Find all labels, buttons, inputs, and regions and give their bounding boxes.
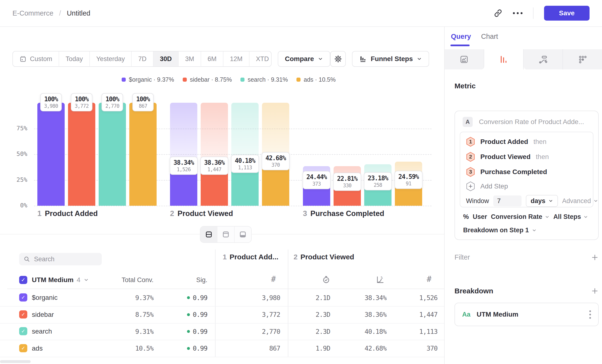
date-range-label: 3M [185, 55, 194, 63]
row-total-conv: 10.5% [106, 340, 153, 357]
retention-report-tab[interactable] [563, 49, 602, 69]
date-range-yesterday[interactable]: Yesterday [90, 52, 132, 66]
flows-report-tab[interactable] [524, 49, 563, 69]
insights-icon [459, 55, 469, 64]
measurement-metric-dropdown[interactable]: Conversion Rate [491, 213, 549, 221]
step-number-badge: 3 [466, 167, 475, 177]
add-filter-icon[interactable] [591, 254, 599, 261]
tab-query[interactable]: Query [451, 32, 471, 41]
count-column-hash-icon[interactable]: # [427, 274, 431, 284]
flows-icon [538, 55, 548, 64]
chevron-down-icon [583, 214, 588, 219]
save-button[interactable]: Save [544, 6, 590, 21]
row-checkbox[interactable]: ✓ [19, 310, 27, 319]
retention-icon [578, 55, 587, 64]
bar-value-label: 100%3,772 [71, 93, 92, 111]
date-range-xtd[interactable]: XTD [249, 52, 271, 66]
search-input[interactable] [33, 255, 97, 263]
bar-count: 91 [398, 181, 419, 187]
legend-item-search[interactable]: search · 9.31% [240, 76, 288, 83]
funnel-bar-step1-ads[interactable] [129, 103, 157, 206]
funnel-step-item-3[interactable]: 3Purchase Completed [460, 164, 593, 179]
bar-conversion-pct: 100% [105, 95, 119, 103]
bar-count: 330 [337, 182, 357, 189]
bar-conversion-pct: 100% [44, 95, 58, 103]
more-options-icon[interactable] [513, 12, 523, 14]
filter-section-label: Filter [454, 253, 470, 261]
window-value-input[interactable] [493, 195, 522, 206]
compare-button[interactable]: Compare [278, 51, 330, 67]
significance-column-header[interactable]: Sig. [172, 276, 207, 284]
date-range-6m[interactable]: 6M [201, 52, 224, 66]
funnel-bar-step1-organic[interactable] [37, 103, 65, 206]
layout-chart-only-button[interactable] [217, 226, 235, 242]
funnel-analysis-app: E-Commerce / Untitled Save CustomTodayYe… [0, 0, 602, 364]
date-range-control: CustomTodayYesterday7D30D3M6M12MXTD [12, 51, 271, 67]
measurement-scope-dropdown[interactable]: All Steps [553, 213, 588, 221]
group-step-label: Product Add... [230, 253, 279, 261]
date-range-today[interactable]: Today [59, 52, 90, 66]
breadcrumb-parent[interactable]: E-Commerce [12, 9, 54, 17]
select-all-checkbox[interactable]: ✓ [19, 276, 27, 284]
window-unit-dropdown[interactable]: days [526, 195, 558, 207]
step-name: Product Viewed [177, 209, 233, 218]
table-group-header-step1: 1Product Add... [223, 253, 279, 261]
date-range-30d[interactable]: 30D [153, 52, 179, 66]
table-row-ads[interactable]: ✓ads10.5%0.998671.9D42.68%370 [0, 340, 444, 357]
legend-item-sidebar[interactable]: sidebar · 8.75% [183, 76, 232, 83]
funnel-step-item-2[interactable]: 2Product Viewedthen [460, 149, 593, 164]
chart-type-button[interactable]: Funnel Steps [352, 51, 429, 67]
legend-item-ads[interactable]: ads · 10.5% [296, 76, 335, 83]
funnels-report-tab[interactable] [484, 49, 524, 69]
count-column-hash-icon[interactable]: # [271, 274, 276, 284]
row-step2-count: 370 [390, 340, 438, 357]
row-name: search [32, 323, 52, 340]
horizontal-scrollbar[interactable] [0, 360, 31, 363]
measurement-entity[interactable]: User [473, 213, 487, 221]
row-checkbox[interactable]: ✓ [19, 344, 27, 352]
breakdown-property-item[interactable]: Aa UTM Medium [454, 303, 599, 326]
row-name: ads [32, 340, 43, 357]
layout-split-view-button[interactable] [200, 226, 217, 242]
bar-value-label: 100%3,980 [40, 93, 62, 111]
table-row-search[interactable]: ✓search9.31%0.992,7702.3D40.18%1,113 [0, 323, 444, 340]
advanced-toggle[interactable]: Advanced [562, 197, 598, 205]
row-avg-time: 2.1D [282, 289, 330, 306]
insights-report-tab[interactable] [445, 49, 484, 69]
legend-swatch [240, 78, 245, 82]
tab-chart[interactable]: Chart [481, 32, 498, 41]
breadcrumb-separator: / [59, 9, 61, 17]
chart-settings-button[interactable] [330, 51, 346, 67]
date-range-label: 30D [160, 55, 172, 63]
date-range-12m[interactable]: 12M [223, 52, 249, 66]
bar-count: 3,772 [75, 103, 89, 109]
report-title[interactable]: Untitled [67, 9, 90, 17]
layout-table-only-button[interactable] [235, 226, 251, 242]
row-checkbox[interactable]: ✓ [19, 293, 27, 301]
bar-value-label: 22.81%330 [333, 173, 361, 191]
date-range-3m[interactable]: 3M [179, 52, 201, 66]
metric-formula-row[interactable]: A Conversion Rate of Product Adde... [463, 117, 584, 127]
table-row-organic[interactable]: ✓$organic9.37%0.993,9802.1D38.34%1,526 [0, 289, 444, 307]
funnel-bar-step1-sidebar[interactable] [68, 103, 95, 206]
table-row-sidebar[interactable]: ✓sidebar8.75%0.993,7722.3D38.36%1,447 [0, 306, 444, 323]
date-range-custom[interactable]: Custom [13, 52, 59, 66]
kebab-menu-icon[interactable] [589, 310, 591, 319]
date-range-7d[interactable]: 7D [132, 52, 153, 66]
funnel-bar-step1-search[interactable] [99, 103, 126, 206]
row-avg-time: 1.9D [282, 340, 330, 357]
conversion-rate-column-chart-icon[interactable]: % [376, 275, 385, 285]
total-conversion-column-header[interactable]: Total Conv. [106, 276, 153, 284]
add-step-button[interactable]: + Add Step [460, 179, 593, 193]
row-step2-count: 1,113 [390, 323, 438, 340]
breakdown-on-step-dropdown[interactable]: Breakdown on Step 1 [463, 226, 537, 234]
row-checkbox[interactable]: ✓ [19, 327, 27, 335]
avg-time-column-clock-icon[interactable] [322, 275, 331, 285]
legend-item-organic[interactable]: $organic · 9.37% [122, 76, 174, 83]
add-breakdown-icon[interactable] [591, 287, 599, 295]
funnel-step-item-1[interactable]: 1Product Addedthen [460, 134, 593, 149]
row-sig: 0.99 [155, 323, 207, 340]
breakdown-column-header[interactable]: UTM Medium 4 [32, 275, 89, 285]
row-sig: 0.99 [155, 289, 207, 306]
copy-link-icon[interactable] [494, 9, 502, 18]
